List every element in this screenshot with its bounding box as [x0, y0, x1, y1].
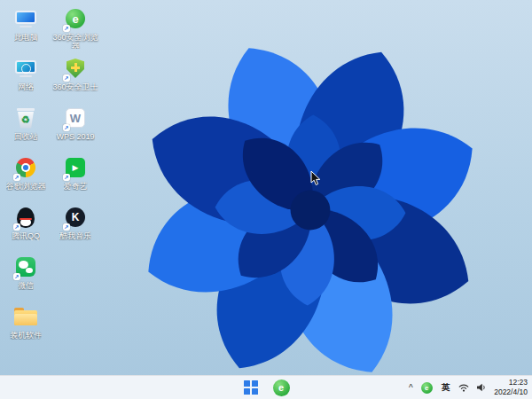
icon-label: 360安全浏览器: [51, 33, 99, 49]
shortcut-arrow-icon: ↗: [13, 174, 20, 181]
shortcut-arrow-icon: ↗: [63, 223, 70, 231]
icon-column-2: e ↗ 360安全浏览器 ↗ 360安全卫士 W ↗ WPS 2019 ▶ ↗: [51, 5, 99, 347]
start-button[interactable]: [240, 377, 262, 398]
shortcut-arrow-icon: ↗: [13, 223, 20, 231]
icon-label: 此电脑: [14, 33, 38, 42]
icon-label: 酷我音乐: [59, 231, 91, 240]
shortcut-arrow-icon: ↗: [63, 74, 70, 82]
desktop-icon-wechat[interactable]: ↗ 微信: [2, 254, 50, 297]
volume-icon[interactable]: [476, 383, 487, 392]
desktop-surface[interactable]: 此电脑 网络 ♻ 回收站 ↗ 谷歌浏览器: [2, 5, 99, 347]
icon-label: 腾讯QQ: [12, 231, 40, 240]
tray-overflow-chevron[interactable]: ^: [408, 383, 414, 393]
windows-logo-icon: [244, 380, 258, 395]
icon-label: 网络: [18, 82, 34, 91]
shortcut-arrow-icon: ↗: [63, 25, 70, 32]
desktop-icon-recycle-bin[interactable]: ♻ 回收站: [2, 105, 50, 148]
icon-label: 回收站: [14, 132, 38, 141]
desktop-icon-network[interactable]: 网络: [2, 55, 50, 98]
taskbar-center-icons: e: [240, 376, 292, 399]
icon-label: 爱奇艺: [64, 182, 88, 191]
wallpaper-bloom: [75, 13, 532, 399]
folder-icon: [14, 308, 37, 325]
icon-label: 装机软件: [10, 331, 42, 340]
icon-label: 谷歌浏览器: [6, 182, 46, 191]
desktop-icon-360-safe[interactable]: ↗ 360安全卫士: [51, 55, 99, 98]
icon-label: 360安全卫士: [52, 82, 98, 91]
shortcut-arrow-icon: ↗: [13, 273, 20, 280]
recycle-bin-icon: ♻: [12, 105, 39, 131]
tray-time: 12:23: [509, 378, 528, 387]
shortcut-arrow-icon: ↗: [63, 174, 70, 181]
this-pc-icon: [12, 5, 39, 32]
system-tray: ^ e 英 12:23 2022/4/10: [408, 376, 528, 399]
network-icon[interactable]: [458, 383, 469, 392]
desktop-icon-qq[interactable]: ↗ 腾讯QQ: [2, 204, 50, 247]
mouse-cursor: [310, 170, 321, 190]
taskbar-360-browser-button[interactable]: e: [270, 377, 292, 398]
shortcut-arrow-icon: ↗: [63, 124, 70, 131]
icon-label: WPS 2019: [56, 132, 94, 141]
tray-360-icon[interactable]: e: [421, 382, 433, 394]
desktop-icon-chrome[interactable]: ↗ 谷歌浏览器: [2, 154, 50, 198]
desktop-icon-360-browser[interactable]: e ↗ 360安全浏览器: [51, 5, 99, 49]
desktop-icon-this-pc[interactable]: 此电脑: [2, 5, 50, 49]
taskbar: e ^ e 英 12:23 2022/4/10: [0, 375, 532, 399]
desktop-icon-kuwo-music[interactable]: K ↗ 酷我音乐: [51, 204, 99, 247]
desktop-icon-iqiyi[interactable]: ▶ ↗ 爱奇艺: [51, 154, 99, 198]
360-browser-icon: e: [273, 379, 290, 396]
desktop-icon-software-folder[interactable]: 装机软件: [2, 303, 50, 347]
network-icon: [12, 55, 39, 82]
desktop-icon-wps[interactable]: W ↗ WPS 2019: [51, 105, 99, 148]
recycle-glyph: ♻: [21, 114, 30, 126]
icon-column-1: 此电脑 网络 ♻ 回收站 ↗ 谷歌浏览器: [2, 5, 50, 347]
input-method-indicator[interactable]: 英: [440, 381, 452, 395]
taskbar-clock[interactable]: 12:23 2022/4/10: [494, 378, 528, 397]
tray-date: 2022/4/10: [494, 387, 528, 397]
icon-label: 微信: [18, 281, 34, 290]
